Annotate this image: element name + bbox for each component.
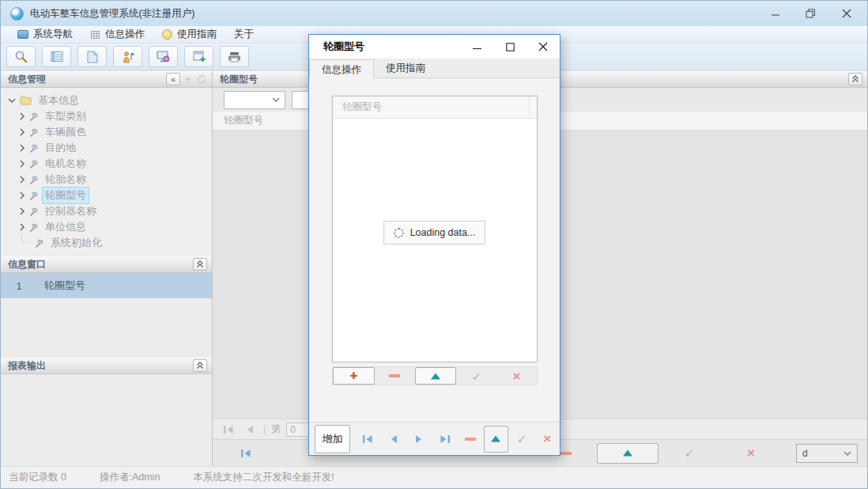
first-record-button[interactable] [230, 443, 262, 464]
move-up-button[interactable] [597, 443, 659, 464]
chevron-down-icon [272, 97, 280, 102]
confirm-button[interactable]: ✓ [659, 443, 720, 464]
close-icon [842, 9, 851, 18]
restore-icon [806, 9, 816, 18]
tree-elbow-connector [21, 234, 28, 243]
add-node-button[interactable]: + [182, 73, 194, 85]
tree-node-vehicle-color[interactable]: 车辆颜色 [8, 124, 212, 140]
search-button[interactable] [6, 46, 36, 67]
first-record-icon [240, 449, 251, 458]
tree-node-vehicle-type[interactable]: 车型类别 [8, 108, 212, 124]
tree-node-root[interactable]: 基本信息 [8, 93, 212, 108]
spinner-icon [394, 228, 404, 238]
separator: | [263, 424, 266, 435]
last-record-icon [440, 434, 451, 444]
remove-row-button[interactable] [375, 367, 415, 385]
first-record-button[interactable] [356, 425, 380, 453]
double-chevron-up-icon [851, 75, 859, 83]
monitor-button[interactable] [149, 46, 178, 67]
chevron-right-icon [20, 223, 25, 231]
collapse-panel-button[interactable] [848, 73, 862, 85]
menu-label: 使用指南 [177, 28, 217, 41]
confirm-button[interactable]: ✓ [456, 367, 496, 385]
filter-combobox[interactable] [224, 91, 285, 109]
tool-icon [28, 191, 39, 201]
cancel-button[interactable]: × [496, 367, 537, 385]
app-icon [10, 7, 24, 21]
print-button[interactable] [220, 46, 249, 67]
tool-icon [28, 159, 39, 169]
next-record-button[interactable] [407, 425, 432, 453]
loading-text: Loading data... [410, 227, 476, 238]
tree-node-system-init[interactable]: 系统初始化 [8, 235, 212, 251]
tree-node-label: 基本信息 [36, 93, 81, 108]
tree-node-unit-info[interactable]: 单位信息 [8, 219, 212, 235]
window-controls [757, 2, 864, 25]
panel-title: 轮圈型号 [220, 73, 258, 86]
bottom-dropdown[interactable]: d [796, 444, 858, 463]
titlebar: 电动车整车信息管理系统(非注册用户) [1, 1, 867, 26]
prev-page-button[interactable] [242, 422, 258, 438]
last-record-button[interactable] [432, 425, 457, 453]
chevron-right-icon [20, 207, 25, 215]
first-page-icon [223, 425, 234, 434]
tree-node-motor-name[interactable]: 电机名称 [8, 156, 212, 172]
delete-record-button[interactable] [458, 425, 482, 453]
tree-node-tire-name[interactable]: 轮胎名称 [8, 172, 212, 188]
prev-page-icon [244, 425, 255, 434]
dialog-close-button[interactable] [526, 36, 560, 58]
monitor-globe-icon [157, 51, 170, 63]
tree-node-destination[interactable]: 目的地 [8, 140, 212, 156]
close-icon [538, 42, 548, 51]
info-tree: 基本信息 车型类别 车辆颜色 目的地 电机名称 [1, 88, 212, 256]
report-output-body [1, 374, 212, 466]
refresh-button[interactable] [195, 73, 207, 85]
cancel-button[interactable]: × [535, 425, 560, 453]
search-icon [14, 50, 28, 63]
tree-node-controller-name[interactable]: 控制器名称 [8, 203, 212, 219]
minimize-button[interactable] [757, 2, 793, 25]
tree-node-label: 车型类别 [43, 108, 89, 124]
close-button[interactable] [828, 2, 864, 25]
dialog-bottom-toolbar: 增加 ✓ × [309, 422, 560, 455]
prev-record-button[interactable] [381, 425, 406, 453]
dropdown-value: d [802, 448, 808, 459]
row-label: 轮圈型号 [44, 279, 85, 293]
minimize-icon [771, 9, 780, 18]
cancel-button[interactable]: × [720, 443, 782, 464]
add-row-button[interactable]: + [333, 367, 375, 385]
move-up-button[interactable] [415, 367, 457, 385]
restore-button[interactable] [793, 2, 828, 25]
user-manage-button[interactable] [113, 46, 142, 67]
tab-user-guide[interactable]: 使用指南 [374, 59, 437, 78]
dialog-minimize-button[interactable] [460, 36, 493, 58]
tab-info-ops[interactable]: 信息操作 [309, 59, 374, 78]
add-button[interactable]: 增加 [315, 425, 350, 453]
chevron-right-icon [20, 144, 25, 152]
tree-node-label: 车辆颜色 [43, 124, 89, 140]
first-page-button[interactable] [221, 422, 236, 438]
info-manage-panel-header: 信息管理 « + [1, 70, 212, 88]
move-up-button[interactable] [484, 426, 508, 453]
menu-item-info-ops[interactable]: 信息操作 [81, 26, 153, 44]
document-button[interactable] [77, 46, 107, 67]
record-count-label: 当前记录数 0 [9, 471, 66, 484]
tool-icon [28, 143, 39, 154]
menu-item-user-guide[interactable]: 使用指南 [153, 26, 225, 44]
menu-item-about[interactable]: 关于 [225, 26, 262, 44]
window-add-icon [193, 51, 206, 63]
window-list-item-selected[interactable]: 1 轮圈型号 [1, 273, 212, 298]
confirm-button[interactable]: ✓ [509, 425, 534, 453]
menu-item-system-nav[interactable]: 系统导航 [9, 26, 81, 44]
add-window-button[interactable] [184, 46, 213, 67]
user-flag-icon [122, 51, 134, 63]
dialog-grid-column-header[interactable]: 轮圈型号 [333, 97, 537, 119]
status-message: 本系统支持二次开发和全新开发! [193, 471, 334, 484]
dialog-maximize-button[interactable] [493, 36, 526, 58]
tree-node-rim-model[interactable]: 轮圈型号 [8, 188, 212, 203]
collapse-panel-button[interactable] [193, 359, 207, 372]
table-view-button[interactable] [42, 46, 71, 67]
menu-label: 关于 [234, 28, 254, 41]
collapse-panel-button[interactable] [193, 258, 207, 271]
collapse-left-button[interactable]: « [166, 73, 180, 85]
